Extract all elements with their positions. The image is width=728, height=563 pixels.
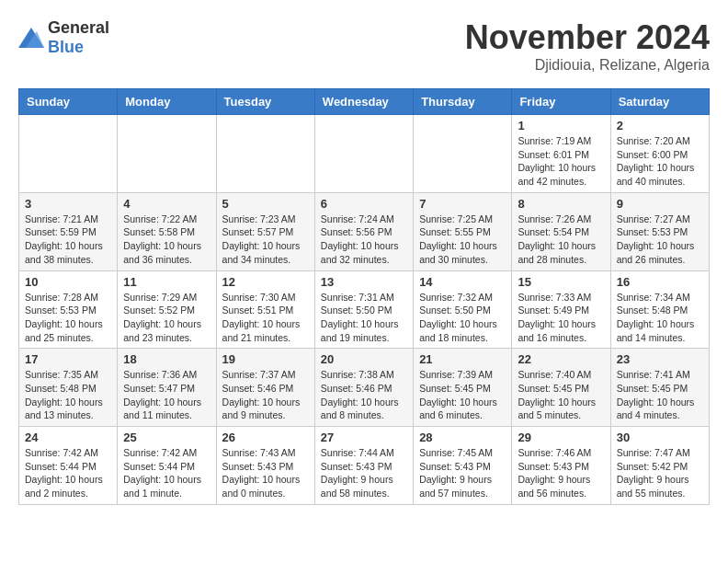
location: Djidiouia, Relizane, Algeria — [465, 57, 710, 74]
calendar-table: SundayMondayTuesdayWednesdayThursdayFrid… — [18, 88, 710, 505]
day-number: 15 — [518, 275, 604, 289]
calendar-cell: 9Sunrise: 7:27 AMSunset: 5:53 PMDaylight… — [610, 192, 709, 270]
calendar-cell: 30Sunrise: 7:47 AMSunset: 5:42 PMDayligh… — [610, 427, 709, 505]
logo-text: General Blue — [48, 18, 109, 57]
calendar-week-row: 17Sunrise: 7:35 AMSunset: 5:48 PMDayligh… — [19, 349, 710, 427]
calendar-cell: 21Sunrise: 7:39 AMSunset: 5:45 PMDayligh… — [414, 349, 512, 427]
calendar-cell — [118, 115, 216, 193]
calendar-week-row: 24Sunrise: 7:42 AMSunset: 5:44 PMDayligh… — [19, 427, 710, 505]
day-info: Sunrise: 7:37 AMSunset: 5:46 PMDaylight:… — [222, 368, 309, 422]
day-info: Sunrise: 7:46 AMSunset: 5:43 PMDaylight:… — [518, 446, 604, 500]
month-title: November 2024 — [465, 18, 710, 57]
calendar-cell: 18Sunrise: 7:36 AMSunset: 5:47 PMDayligh… — [118, 349, 216, 427]
calendar-cell — [216, 115, 314, 193]
logo: General Blue — [18, 18, 109, 57]
day-number: 26 — [222, 431, 309, 444]
calendar-cell — [19, 115, 118, 193]
calendar-cell: 4Sunrise: 7:22 AMSunset: 5:58 PMDaylight… — [118, 192, 216, 270]
calendar-week-row: 10Sunrise: 7:28 AMSunset: 5:53 PMDayligh… — [19, 270, 710, 349]
day-info: Sunrise: 7:21 AMSunset: 5:59 PMDaylight:… — [25, 213, 111, 267]
day-info: Sunrise: 7:25 AMSunset: 5:55 PMDaylight:… — [419, 213, 506, 267]
calendar-cell: 7Sunrise: 7:25 AMSunset: 5:55 PMDaylight… — [414, 192, 512, 270]
calendar-cell: 17Sunrise: 7:35 AMSunset: 5:48 PMDayligh… — [19, 349, 118, 427]
day-info: Sunrise: 7:39 AMSunset: 5:45 PMDaylight:… — [419, 368, 506, 422]
calendar-cell — [314, 115, 413, 193]
day-number: 22 — [518, 352, 604, 366]
calendar-cell: 10Sunrise: 7:28 AMSunset: 5:53 PMDayligh… — [19, 270, 118, 349]
page-header: General Blue November 2024 Djidiouia, Re… — [18, 18, 710, 74]
column-header-monday: Monday — [118, 89, 216, 115]
day-info: Sunrise: 7:40 AMSunset: 5:45 PMDaylight:… — [518, 368, 604, 422]
day-info: Sunrise: 7:31 AMSunset: 5:50 PMDaylight:… — [321, 291, 407, 345]
column-header-thursday: Thursday — [414, 89, 512, 115]
day-info: Sunrise: 7:20 AMSunset: 6:00 PMDaylight:… — [617, 134, 703, 189]
day-number: 21 — [419, 352, 506, 366]
day-info: Sunrise: 7:42 AMSunset: 5:44 PMDaylight:… — [25, 446, 111, 500]
day-info: Sunrise: 7:33 AMSunset: 5:49 PMDaylight:… — [518, 291, 604, 345]
day-info: Sunrise: 7:45 AMSunset: 5:43 PMDaylight:… — [419, 446, 506, 500]
day-number: 30 — [617, 431, 703, 444]
day-info: Sunrise: 7:28 AMSunset: 5:53 PMDaylight:… — [25, 291, 111, 345]
day-number: 24 — [25, 431, 111, 444]
calendar-cell: 3Sunrise: 7:21 AMSunset: 5:59 PMDaylight… — [19, 192, 118, 270]
calendar-cell: 23Sunrise: 7:41 AMSunset: 5:45 PMDayligh… — [610, 349, 709, 427]
calendar-cell: 28Sunrise: 7:45 AMSunset: 5:43 PMDayligh… — [414, 427, 512, 505]
day-info: Sunrise: 7:47 AMSunset: 5:42 PMDaylight:… — [617, 446, 703, 500]
day-number: 8 — [518, 197, 604, 211]
day-info: Sunrise: 7:30 AMSunset: 5:51 PMDaylight:… — [222, 291, 309, 345]
day-number: 19 — [222, 352, 309, 366]
day-number: 13 — [321, 275, 407, 289]
day-number: 1 — [518, 119, 604, 132]
calendar-cell: 27Sunrise: 7:44 AMSunset: 5:43 PMDayligh… — [314, 427, 413, 505]
logo-icon — [18, 28, 44, 48]
calendar-cell: 6Sunrise: 7:24 AMSunset: 5:56 PMDaylight… — [314, 192, 413, 270]
day-number: 28 — [419, 431, 506, 444]
column-header-sunday: Sunday — [19, 89, 118, 115]
day-info: Sunrise: 7:38 AMSunset: 5:46 PMDaylight:… — [321, 368, 407, 422]
calendar-cell: 1Sunrise: 7:19 AMSunset: 6:01 PMDaylight… — [512, 115, 610, 193]
day-number: 27 — [321, 431, 407, 444]
day-number: 10 — [25, 275, 111, 289]
day-number: 5 — [222, 197, 309, 211]
column-header-tuesday: Tuesday — [216, 89, 314, 115]
day-info: Sunrise: 7:32 AMSunset: 5:50 PMDaylight:… — [419, 291, 506, 345]
day-number: 2 — [617, 119, 703, 132]
calendar-cell: 19Sunrise: 7:37 AMSunset: 5:46 PMDayligh… — [216, 349, 314, 427]
day-info: Sunrise: 7:35 AMSunset: 5:48 PMDaylight:… — [25, 368, 111, 422]
calendar-cell: 29Sunrise: 7:46 AMSunset: 5:43 PMDayligh… — [512, 427, 610, 505]
day-number: 3 — [25, 197, 111, 211]
day-info: Sunrise: 7:42 AMSunset: 5:44 PMDaylight:… — [123, 446, 210, 500]
day-number: 9 — [617, 197, 703, 211]
day-info: Sunrise: 7:41 AMSunset: 5:45 PMDaylight:… — [617, 368, 703, 422]
calendar-cell: 14Sunrise: 7:32 AMSunset: 5:50 PMDayligh… — [414, 270, 512, 349]
day-info: Sunrise: 7:44 AMSunset: 5:43 PMDaylight:… — [321, 446, 407, 500]
day-info: Sunrise: 7:19 AMSunset: 6:01 PMDaylight:… — [518, 134, 604, 189]
calendar-cell: 12Sunrise: 7:30 AMSunset: 5:51 PMDayligh… — [216, 270, 314, 349]
column-header-wednesday: Wednesday — [314, 89, 413, 115]
day-number: 12 — [222, 275, 309, 289]
day-info: Sunrise: 7:29 AMSunset: 5:52 PMDaylight:… — [123, 291, 210, 345]
column-header-saturday: Saturday — [610, 89, 709, 115]
title-block: November 2024 Djidiouia, Relizane, Alger… — [465, 18, 710, 74]
column-header-friday: Friday — [512, 89, 610, 115]
day-number: 6 — [321, 197, 407, 211]
logo-blue: Blue — [48, 38, 84, 56]
day-number: 17 — [25, 352, 111, 366]
calendar-cell: 11Sunrise: 7:29 AMSunset: 5:52 PMDayligh… — [118, 270, 216, 349]
day-number: 4 — [123, 197, 210, 211]
day-number: 16 — [617, 275, 703, 289]
calendar-cell: 13Sunrise: 7:31 AMSunset: 5:50 PMDayligh… — [314, 270, 413, 349]
calendar-cell — [414, 115, 512, 193]
logo-general: General — [48, 18, 109, 37]
day-info: Sunrise: 7:36 AMSunset: 5:47 PMDaylight:… — [123, 368, 210, 422]
day-info: Sunrise: 7:43 AMSunset: 5:43 PMDaylight:… — [222, 446, 309, 500]
day-number: 11 — [123, 275, 210, 289]
day-number: 29 — [518, 431, 604, 444]
day-number: 20 — [321, 352, 407, 366]
calendar-cell: 24Sunrise: 7:42 AMSunset: 5:44 PMDayligh… — [19, 427, 118, 505]
calendar-cell: 22Sunrise: 7:40 AMSunset: 5:45 PMDayligh… — [512, 349, 610, 427]
day-number: 25 — [123, 431, 210, 444]
calendar-cell: 2Sunrise: 7:20 AMSunset: 6:00 PMDaylight… — [610, 115, 709, 193]
day-number: 18 — [123, 352, 210, 366]
day-info: Sunrise: 7:27 AMSunset: 5:53 PMDaylight:… — [617, 213, 703, 267]
